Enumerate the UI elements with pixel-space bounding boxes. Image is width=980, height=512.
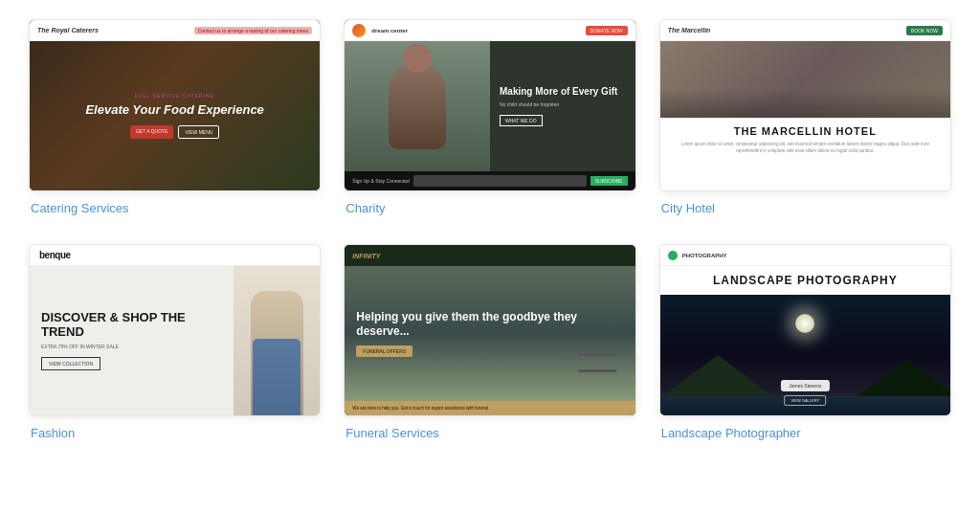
model-fashion	[234, 266, 320, 415]
hotel-name: THE MARCELLIN HOTEL	[734, 125, 877, 137]
brand-landscape: PHOTOGRAPHY	[682, 253, 727, 258]
hero-title-catering: Elevate Your Food Experience	[85, 102, 263, 118]
label-catering[interactable]: Catering Services	[29, 201, 321, 215]
nav-catering: The Royal Caterers Contact us to arrange…	[30, 20, 320, 41]
hero-title-funeral: Helping you give them the goodbye they d…	[356, 310, 623, 338]
thumbnail-funeral[interactable]: INFINITY Helping you give them the goodb…	[344, 244, 635, 416]
email-input-charity[interactable]	[413, 175, 587, 187]
label-funeral[interactable]: Funeral Services	[344, 426, 635, 440]
thumbnail-fashion[interactable]: benque DISCOVER & SHOP THE TREND EXTRA 7…	[29, 244, 321, 416]
offers-btn-funeral[interactable]: FUNERAL OFFERS	[356, 345, 412, 357]
hero-text-fashion: DISCOVER & SHOP THE TREND EXTRA 75% OFF …	[30, 266, 234, 415]
quote-btn-catering[interactable]: GET A QUOTE	[130, 125, 174, 139]
mountain-left-landscape	[660, 355, 775, 398]
card-funeral[interactable]: INFINITY Helping you give them the goodb…	[344, 244, 635, 440]
text-side-charity: Making More of Every Gift No child shoul…	[490, 41, 635, 171]
profile-bar-landscape: James Stevens	[781, 380, 829, 391]
thumbnail-hotel[interactable]: The Marcellin BOOK NOW THE MARCELLIN HOT…	[659, 19, 951, 191]
card-charity[interactable]: dream center DONATE NOW Making More of E…	[344, 19, 635, 215]
nav-landscape: PHOTOGRAPHY	[660, 245, 950, 266]
page-title-landscape: LANDSCAPE PHOTOGRAPHY	[668, 274, 943, 287]
card-fashion[interactable]: benque DISCOVER & SHOP THE TREND EXTRA 7…	[29, 244, 321, 440]
thumbnail-catering[interactable]: The Royal Caterers Contact us to arrange…	[29, 19, 321, 191]
nav-funeral: INFINITY	[345, 245, 635, 266]
card-hotel[interactable]: The Marcellin BOOK NOW THE MARCELLIN HOT…	[659, 19, 951, 215]
hero-charity: Making More of Every Gift No child shoul…	[345, 41, 635, 171]
nav-charity: dream center DONATE NOW	[345, 20, 635, 41]
card-landscape[interactable]: PHOTOGRAPHY LANDSCAPE PHOTOGRAPHY James …	[659, 244, 951, 440]
bottom-bar-funeral: We are here to help you. Get in touch fo…	[345, 401, 635, 415]
sub-charity: No child should be forgotten	[500, 101, 626, 107]
header-section-landscape: LANDSCAPE PHOTOGRAPHY	[660, 266, 950, 295]
desc-hotel: Lorem ipsum dolor sit amet, consectetur …	[668, 142, 943, 155]
mountain-right-landscape	[855, 360, 950, 398]
brand-charity: dream center	[371, 28, 408, 33]
donate-btn-charity[interactable]: DONATE NOW	[586, 26, 628, 35]
what-btn-charity[interactable]: WHAT WE DO	[500, 115, 543, 126]
logo-charity	[352, 24, 366, 37]
jeans-fashion	[253, 339, 301, 415]
hero-sub-catering: FULL-SERVICE CATERING	[135, 93, 215, 99]
logo-circle-landscape	[668, 251, 678, 260]
nav-fashion: benque	[30, 245, 320, 266]
hero-funeral: Helping you give them the goodbye they d…	[345, 266, 635, 401]
thumbnail-landscape[interactable]: PHOTOGRAPHY LANDSCAPE PHOTOGRAPHY James …	[659, 244, 951, 416]
child-photo-charity	[345, 41, 490, 171]
bottom-text-funeral: We are here to help you. Get in touch fo…	[352, 406, 627, 411]
content-hotel: THE MARCELLIN HOTEL Lorem ipsum dolor si…	[660, 118, 950, 190]
logo-fashion: benque	[39, 250, 71, 260]
hero-photo-landscape: James Stevens VIEW GALLERY	[660, 295, 950, 415]
nav-hotel: The Marcellin BOOK NOW	[660, 20, 950, 41]
bench-funeral	[578, 353, 616, 372]
card-catering[interactable]: The Royal Caterers Contact us to arrange…	[29, 19, 321, 215]
logo-hotel: The Marcellin	[668, 27, 711, 33]
menu-btn-catering[interactable]: VIEW MENU	[178, 125, 219, 139]
hero-fashion: DISCOVER & SHOP THE TREND EXTRA 75% OFF …	[30, 266, 320, 415]
moon-landscape	[795, 314, 814, 333]
view-gallery-btn-landscape[interactable]: VIEW GALLERY	[784, 395, 826, 406]
book-btn-hotel[interactable]: BOOK NOW	[906, 26, 943, 35]
logo-catering: The Royal Caterers	[37, 27, 99, 33]
signup-bar-charity: Sign Up & Stay Connected SUBSCRIBE	[345, 171, 635, 190]
template-grid: The Royal Caterers Contact us to arrange…	[29, 19, 951, 440]
room-photo-hotel	[660, 41, 950, 118]
label-landscape[interactable]: Landscape Photographer	[659, 426, 951, 440]
hero-sub-fashion: EXTRA 75% OFF IN WINTER SALE	[41, 344, 222, 349]
child-silhouette-charity	[389, 63, 446, 149]
hero-btns-catering: GET A QUOTE VIEW MENU	[130, 125, 219, 139]
hero-title-fashion: DISCOVER & SHOP THE TREND	[41, 311, 222, 339]
logo-funeral: INFINITY	[352, 253, 380, 259]
alert-catering: Contact us to arrange a tasting of our c…	[194, 27, 313, 34]
label-charity[interactable]: Charity	[344, 201, 635, 215]
tagline-charity: Making More of Every Gift	[500, 86, 626, 98]
label-hotel[interactable]: City Hotel	[659, 201, 951, 215]
subscribe-btn-charity[interactable]: SUBSCRIBE	[590, 176, 628, 186]
shop-btn-fashion[interactable]: VIEW COLLECTION	[41, 357, 100, 370]
label-fashion[interactable]: Fashion	[29, 426, 321, 440]
signup-text-charity: Sign Up & Stay Connected	[352, 178, 409, 184]
thumbnail-charity[interactable]: dream center DONATE NOW Making More of E…	[344, 19, 635, 191]
hero-catering: FULL-SERVICE CATERING Elevate Your Food …	[30, 41, 320, 190]
